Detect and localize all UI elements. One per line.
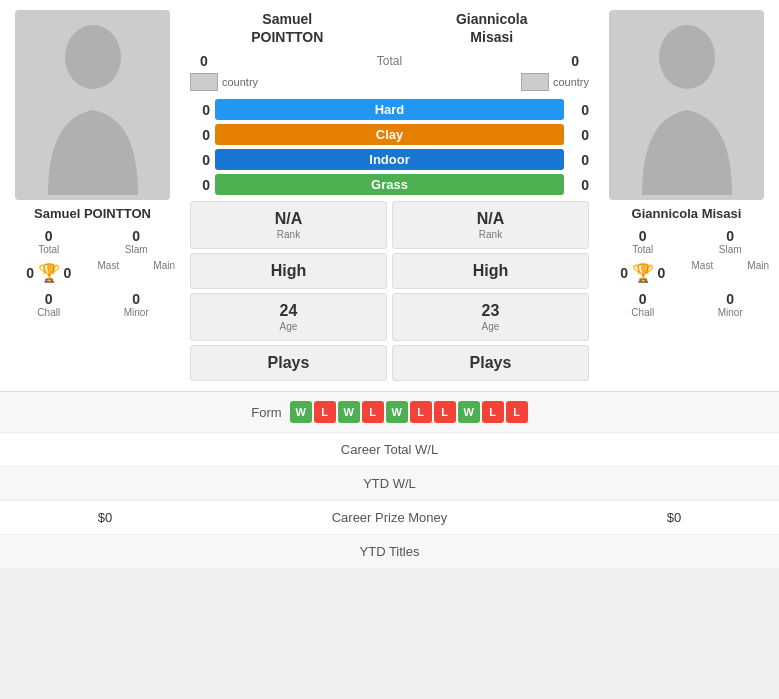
right-trophy-icon: 🏆: [632, 262, 654, 284]
surface-grass-line: 0 Grass 0: [185, 173, 594, 196]
form-badge-l: L: [506, 401, 528, 423]
right-center-stats: N/A Rank High 23 Age Plays: [392, 201, 589, 381]
left-center-stats: N/A Rank High 24 Age Plays: [190, 201, 387, 381]
surface-lines: 0 Hard 0 0 Clay 0 0 Indoor 0: [185, 98, 594, 196]
left-stat-mast: 0 🏆 0: [5, 260, 93, 286]
form-row: Form WLWLWLLWLL: [0, 392, 779, 433]
right-player-stats-grid: 0 Total 0 Slam 0 🏆 0 Mast Main 0: [599, 226, 774, 320]
left-stat-slam: 0 Slam: [93, 226, 181, 257]
left-flag-img: [190, 73, 218, 91]
career-wl-label: Career Total W/L: [195, 442, 584, 457]
form-label: Form WLWLWLLWLL: [195, 401, 584, 423]
form-badges-container: WLWLWLLWLL: [290, 401, 528, 423]
right-high-box: High: [392, 253, 589, 289]
right-country-flag: country: [521, 73, 589, 91]
right-flag-img: [521, 73, 549, 91]
right-player-name-header: Giannicola Misasi: [390, 10, 595, 46]
left-rank-box: N/A Rank: [190, 201, 387, 249]
prize-label: Career Prize Money: [195, 510, 584, 525]
left-plays-box: Plays: [190, 345, 387, 381]
left-player-name-header: Samuel POINTTON: [185, 10, 390, 46]
right-stat-mast: 0 🏆 0: [599, 260, 687, 286]
right-stat-slam: 0 Slam: [687, 226, 775, 257]
form-badge-l: L: [482, 401, 504, 423]
grass-right-score: 0: [569, 177, 589, 193]
surface-clay-line: 0 Clay 0: [185, 123, 594, 146]
surface-indoor-line: 0 Indoor 0: [185, 148, 594, 171]
right-age-box: 23 Age: [392, 293, 589, 341]
form-badge-l: L: [314, 401, 336, 423]
left-stat-chall: 0 Chall: [5, 289, 93, 320]
total-line: 0 Total 0: [185, 51, 594, 71]
right-player-photo: [609, 10, 764, 200]
form-badge-w: W: [338, 401, 360, 423]
right-stat-chall: 0 Chall: [599, 289, 687, 320]
grass-left-score: 0: [190, 177, 210, 193]
form-badge-w: W: [290, 401, 312, 423]
left-trophy-icon: 🏆: [38, 262, 60, 284]
total-left-score: 0: [200, 53, 208, 69]
player-names-header: Samuel POINTTON Giannicola Misasi: [185, 10, 594, 46]
hard-right-score: 0: [569, 102, 589, 118]
svg-point-0: [65, 25, 121, 89]
left-age-box: 24 Age: [190, 293, 387, 341]
comparison-table: Form WLWLWLLWLL Career Total W/L YTD W/L…: [0, 391, 779, 569]
clay-left-score: 0: [190, 127, 210, 143]
prize-right: $0: [584, 510, 764, 525]
right-player-name: Giannicola Misasi: [632, 206, 742, 221]
form-badge-w: W: [458, 401, 480, 423]
hard-label: Hard: [215, 99, 564, 120]
left-stat-minor: 0 Minor: [93, 289, 181, 320]
hard-left-score: 0: [190, 102, 210, 118]
indoor-right-score: 0: [569, 152, 589, 168]
right-country-label: country: [553, 76, 589, 88]
right-plays-box: Plays: [392, 345, 589, 381]
right-rank-box: N/A Rank: [392, 201, 589, 249]
right-stat-mast-label: Mast Main: [687, 260, 775, 286]
form-label-text: Form: [251, 405, 281, 420]
left-high-box: High: [190, 253, 387, 289]
prize-row: $0 Career Prize Money $0: [0, 501, 779, 535]
left-player-photo: [15, 10, 170, 200]
clay-right-score: 0: [569, 127, 589, 143]
center-column: Samuel POINTTON Giannicola Misasi 0 Tota…: [185, 10, 594, 381]
svg-point-1: [659, 25, 715, 89]
form-badge-w: W: [386, 401, 408, 423]
left-player-name: Samuel POINTTON: [34, 206, 151, 221]
grass-label: Grass: [215, 174, 564, 195]
form-badge-l: L: [410, 401, 432, 423]
ytd-titles-label: YTD Titles: [195, 544, 584, 559]
right-silhouette: [622, 25, 752, 200]
total-right-score: 0: [571, 53, 579, 69]
left-stat-mast-label: Mast Main: [93, 260, 181, 286]
ytd-titles-row: YTD Titles: [0, 535, 779, 569]
total-label: Total: [377, 54, 402, 68]
mid-stat-rows: N/A Rank High 24 Age Plays: [185, 196, 594, 381]
main-container: Samuel POINTTON 0 Total 0 Slam 0 🏆 0 Mas…: [0, 0, 779, 569]
players-section: Samuel POINTTON 0 Total 0 Slam 0 🏆 0 Mas…: [0, 0, 779, 386]
prize-left: $0: [15, 510, 195, 525]
country-line: country country: [185, 71, 594, 93]
indoor-left-score: 0: [190, 152, 210, 168]
form-badge-l: L: [434, 401, 456, 423]
left-stat-total: 0 Total: [5, 226, 93, 257]
surface-hard-line: 0 Hard 0: [185, 98, 594, 121]
left-country-label: country: [222, 76, 258, 88]
left-country-flag: country: [190, 73, 258, 91]
form-badge-l: L: [362, 401, 384, 423]
ytd-wl-label: YTD W/L: [195, 476, 584, 491]
left-player-stats-grid: 0 Total 0 Slam 0 🏆 0 Mast Main 0: [5, 226, 180, 320]
left-player-block: Samuel POINTTON 0 Total 0 Slam 0 🏆 0 Mas…: [5, 10, 180, 381]
left-silhouette: [28, 25, 158, 200]
right-stat-minor: 0 Minor: [687, 289, 775, 320]
right-player-block: Giannicola Misasi 0 Total 0 Slam 0 🏆 0 M…: [599, 10, 774, 381]
indoor-label: Indoor: [215, 149, 564, 170]
career-wl-row: Career Total W/L: [0, 433, 779, 467]
right-stat-total: 0 Total: [599, 226, 687, 257]
clay-label: Clay: [215, 124, 564, 145]
ytd-wl-row: YTD W/L: [0, 467, 779, 501]
